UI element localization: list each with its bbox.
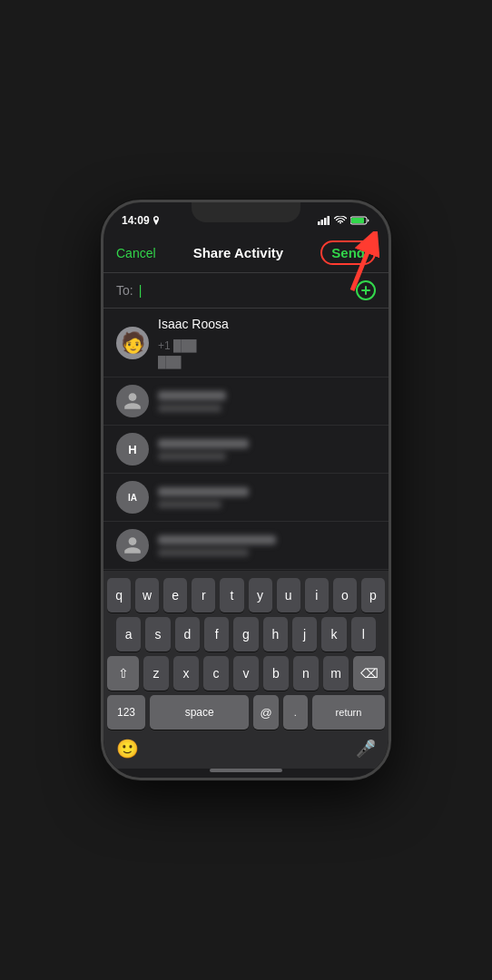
home-indicator [103, 769, 389, 778]
key-z[interactable]: z [143, 656, 169, 691]
contact-name: Isaac Roosa [158, 316, 240, 332]
person-icon [123, 535, 143, 555]
key-m[interactable]: m [323, 656, 349, 691]
key-i[interactable]: i [305, 578, 329, 612]
key-f[interactable]: f [204, 617, 229, 652]
key-u[interactable]: u [277, 578, 300, 612]
svg-rect-5 [351, 218, 364, 223]
key-j[interactable]: j [292, 617, 317, 652]
key-k[interactable]: k [321, 617, 346, 652]
nav-bar: Cancel Share Activity Send [103, 235, 389, 273]
key-y[interactable]: y [249, 578, 272, 612]
key-w[interactable]: w [135, 578, 159, 612]
key-a[interactable]: a [116, 617, 141, 652]
svg-rect-2 [324, 218, 327, 225]
contact-list: 🧑 Isaac Roosa +1 ███ ███ [103, 309, 389, 571]
avatar: IA [116, 481, 149, 514]
contact-info-blurred [158, 487, 376, 508]
list-item[interactable] [103, 522, 389, 570]
key-d[interactable]: d [175, 617, 200, 652]
svg-rect-3 [328, 216, 330, 225]
return-key[interactable]: return [312, 695, 385, 730]
signal-icon [318, 216, 330, 225]
list-item[interactable]: IA [103, 474, 389, 522]
avatar: 🧑 [116, 327, 149, 359]
status-time: 14:09 [122, 214, 160, 227]
contact-name-blurred [158, 535, 276, 544]
list-item[interactable]: 🧑 Isaac Roosa +1 ███ ███ [103, 309, 389, 377]
contact-sub-blurred [158, 453, 226, 460]
avatar: H [116, 433, 149, 466]
avatar [116, 529, 149, 562]
key-h[interactable]: h [263, 617, 288, 652]
location-icon [153, 216, 160, 225]
key-c[interactable]: c [203, 656, 229, 691]
emoji-key[interactable]: 🙂 [116, 738, 139, 760]
key-p[interactable]: p [361, 578, 385, 612]
microphone-key[interactable]: 🎤 [356, 739, 376, 759]
home-bar [210, 769, 282, 772]
keyboard-row-4: 123 space @ . return [107, 695, 385, 730]
contact-info-blurred [158, 391, 376, 412]
battery-icon [350, 216, 370, 225]
contact-sub: +1 ███ ███ [158, 337, 221, 369]
avatar [116, 385, 149, 417]
key-v[interactable]: v [233, 656, 259, 691]
notch [192, 202, 300, 222]
wifi-icon [334, 216, 347, 225]
to-input-cursor[interactable]: | [139, 283, 143, 298]
plus-icon [361, 286, 370, 295]
contact-info-blurred [158, 439, 376, 460]
key-l[interactable]: l [351, 617, 376, 652]
status-icons [318, 216, 370, 225]
keyboard-row-2: a s d f g h j k l [107, 617, 385, 652]
contact-name-blurred [158, 391, 226, 400]
contact-info-blurred [158, 535, 376, 556]
contact-sub-blurred [158, 405, 221, 412]
key-o[interactable]: o [333, 578, 357, 612]
key-n[interactable]: n [293, 656, 319, 691]
phone-frame: 14:09 [101, 200, 391, 780]
delete-key[interactable]: ⌫ [353, 656, 385, 691]
cancel-button[interactable]: Cancel [116, 246, 156, 260]
contact-sub-blurred [158, 501, 221, 508]
svg-rect-9 [361, 289, 370, 291]
keyboard-bottom-bar: 🙂 🎤 [107, 734, 385, 765]
phone-screen: 14:09 [103, 202, 389, 778]
contact-sub-blurred [158, 549, 249, 556]
list-item[interactable]: H [103, 426, 389, 474]
key-x[interactable]: x [173, 656, 199, 691]
add-recipient-button[interactable] [356, 280, 376, 300]
key-s[interactable]: s [145, 617, 170, 652]
to-label: To: [116, 283, 133, 298]
contact-name-blurred [158, 487, 249, 496]
key-g[interactable]: g [233, 617, 258, 652]
at-key[interactable]: @ [253, 695, 278, 730]
key-e[interactable]: e [163, 578, 187, 612]
to-field: To: | [103, 273, 389, 309]
page-title: Share Activity [193, 245, 284, 260]
space-key[interactable]: space [150, 695, 249, 730]
numbers-key[interactable]: 123 [107, 695, 145, 730]
svg-rect-0 [318, 221, 320, 225]
shift-key[interactable]: ⇧ [107, 656, 139, 691]
person-icon [123, 391, 143, 411]
keyboard: q w e r t y u i o p a s d f g h j k [103, 571, 389, 769]
send-button[interactable]: Send [320, 240, 376, 265]
list-item[interactable] [103, 377, 389, 426]
contact-info: Isaac Roosa +1 ███ ███ [158, 316, 376, 369]
key-b[interactable]: b [263, 656, 289, 691]
key-t[interactable]: t [220, 578, 243, 612]
keyboard-row-3: ⇧ z x c v b n m ⌫ [107, 656, 385, 691]
contact-name-blurred [158, 439, 249, 448]
svg-rect-1 [321, 220, 324, 225]
keyboard-row-1: q w e r t y u i o p [107, 578, 385, 612]
key-q[interactable]: q [107, 578, 131, 612]
key-r[interactable]: r [192, 578, 215, 612]
dot-key[interactable]: . [283, 695, 308, 730]
